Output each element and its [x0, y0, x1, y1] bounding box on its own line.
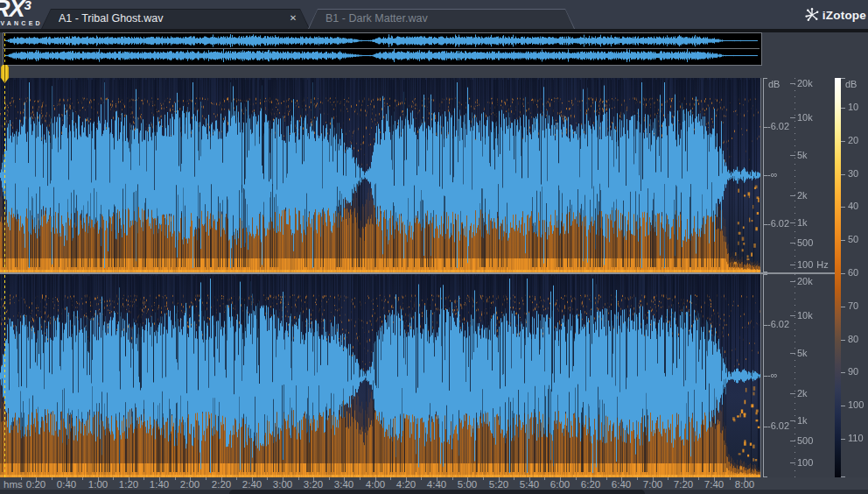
- ruler-time-label: 3:20: [298, 479, 329, 490]
- ruler-time-label: 2:20: [206, 479, 237, 490]
- frequency-scale-tick: [790, 195, 795, 196]
- legend-tick: [841, 372, 845, 373]
- legend-tick: [841, 340, 845, 341]
- ruler-time-label: 6:00: [544, 479, 576, 490]
- tab-label: A1 - Tribal Ghost.wav: [59, 9, 287, 29]
- ruler-time-label: 7:20: [668, 479, 699, 490]
- amplitude-tick-label: -6.02: [767, 218, 789, 229]
- frequency-tick-label: 20k: [797, 78, 813, 88]
- spectrogram-color-legend: [835, 78, 841, 477]
- legend-tick: [841, 78, 845, 79]
- frequency-scale-tick: [790, 155, 795, 156]
- frequency-scale-tick: [790, 462, 795, 463]
- ruler-time-label: 4:40: [421, 479, 452, 490]
- amplitude-scale-tick: [763, 274, 767, 275]
- legend-tick: [841, 108, 845, 109]
- legend-tick: [841, 141, 845, 142]
- frequency-scale-dots: [794, 274, 795, 477]
- legend-tick-label: 80: [848, 334, 858, 344]
- frequency-tick-label: 2k: [797, 190, 808, 201]
- legend-tick: [841, 174, 845, 175]
- frequency-tick-label: 5k: [797, 150, 808, 160]
- ruler-time-label: 4:00: [360, 479, 391, 490]
- frequency-scale-tick: [790, 265, 795, 265]
- legend-tick: [841, 207, 845, 208]
- ruler-time-label: 3:00: [267, 479, 298, 490]
- amplitude-scale-tick: [763, 272, 767, 272]
- tab-tribal-ghost[interactable]: A1 - Tribal Ghost.wav ✕: [41, 9, 310, 29]
- legend-tick-label: 50: [848, 234, 858, 244]
- izotope-star-icon: [804, 7, 820, 23]
- frequency-tick-label: 10k: [797, 310, 813, 321]
- product-edition-label: ADVANCED: [0, 20, 43, 26]
- tab-dark-matter[interactable]: B1 - Dark Matter.wav: [308, 9, 575, 29]
- legend-unit-label: dB: [845, 79, 857, 89]
- channel-separator: [0, 272, 838, 274]
- ruler-time-label: 1:20: [113, 479, 144, 490]
- legend-tick-label: 20: [848, 135, 858, 145]
- ruler-time-label: 6:20: [575, 479, 606, 490]
- frequency-unit-label: Hz: [816, 259, 828, 270]
- playhead-line: [4, 33, 5, 477]
- time-ruler[interactable]: hms 0:200:401:001:201:402:002:202:403:00…: [0, 477, 868, 490]
- frequency-tick-label: 5k: [797, 348, 808, 358]
- spectrogram-edge-border: [760, 78, 761, 477]
- legend-tick-label: 90: [848, 366, 858, 377]
- title-bar: RX3 ADVANCED A1 - Tribal Ghost.wav ✕ B1 …: [0, 0, 868, 29]
- lower-panel-edge: [229, 490, 645, 494]
- ruler-time-label: 1:00: [82, 479, 114, 490]
- amplitude-tick-label: -∞: [767, 169, 778, 180]
- rx-advanced-window: RX3 ADVANCED A1 - Tribal Ghost.wav ✕ B1 …: [0, 0, 868, 494]
- ruler-time-label: 2:40: [236, 479, 268, 490]
- izotope-brand: iZotope: [804, 6, 866, 24]
- spectrogram-waveform-canvas[interactable]: [0, 78, 761, 477]
- legend-tick-label: 10: [848, 102, 858, 112]
- overview-waveform-panel[interactable]: [3, 32, 762, 66]
- amplitude-tick-label: -∞: [767, 370, 778, 380]
- legend-tick: [841, 439, 845, 440]
- frequency-tick-label: 100Hz: [797, 259, 829, 270]
- overview-waveform-canvas[interactable]: [4, 33, 760, 63]
- close-icon[interactable]: ✕: [287, 12, 299, 25]
- frequency-scale-tick: [790, 117, 795, 118]
- ruler-time-label: 5:20: [483, 479, 514, 490]
- legend-tick: [841, 273, 845, 274]
- frequency-tick-label: 1k: [797, 415, 808, 426]
- ruler-time-label: 8:00: [729, 479, 760, 490]
- legend-tick-label: 110: [848, 433, 864, 443]
- legend-tick-label: 100: [848, 399, 864, 410]
- ruler-time-label: 0:20: [20, 479, 52, 490]
- amplitude-unit-label: dB: [768, 79, 780, 89]
- ruler-time-label: 7:40: [698, 479, 730, 490]
- ruler-time-label: 3:40: [328, 479, 360, 490]
- ruler-time-label: 1:40: [144, 479, 175, 490]
- legend-tick-label: 40: [848, 201, 858, 211]
- amplitude-tick-label: -6.02: [767, 420, 789, 431]
- product-name: RX: [0, 0, 24, 22]
- frequency-tick-label: 100: [797, 457, 813, 468]
- product-version-sup: 3: [24, 0, 31, 12]
- frequency-tick-label: 20k: [797, 276, 813, 286]
- legend-tick: [841, 240, 845, 241]
- frequency-tick-label: 10k: [797, 112, 813, 123]
- frequency-scale-tick: [790, 243, 795, 243]
- ruler-time-label: 4:20: [390, 479, 422, 490]
- ruler-time-label: 5:00: [452, 479, 483, 490]
- frequency-tick-label: 2k: [797, 388, 808, 399]
- legend-tick-label: 70: [848, 300, 858, 311]
- ruler-time-label: 0:40: [51, 479, 82, 490]
- amplitude-tick-label: -6.02: [767, 319, 789, 329]
- frequency-scale-tick: [790, 353, 795, 354]
- ruler-time-label: 6:40: [606, 479, 637, 490]
- amplitude-tick-label: -6.02: [767, 121, 789, 131]
- amplitude-scale-tick: [763, 78, 767, 79]
- legend-tick: [841, 406, 845, 406]
- frequency-tick-label: 500: [797, 237, 813, 248]
- frequency-tick-label: 500: [797, 435, 813, 446]
- legend-tick-label: 30: [848, 168, 858, 179]
- ruler-time-label: 7:00: [637, 479, 668, 490]
- frequency-scale-tick: [790, 420, 795, 421]
- tab-label: B1 - Dark Matter.wav: [326, 9, 552, 29]
- frequency-tick-label: 1k: [797, 217, 808, 228]
- izotope-wordmark: iZotope: [822, 9, 866, 22]
